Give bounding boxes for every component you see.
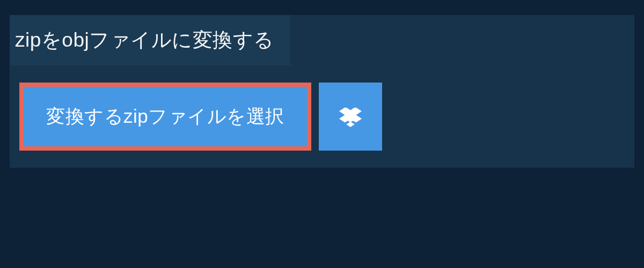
button-row: 変換するzipファイルを選択 <box>10 65 634 168</box>
dropbox-button[interactable] <box>319 83 382 151</box>
title-container: zipをobjファイルに変換する <box>10 15 290 65</box>
converter-panel: zipをobjファイルに変換する 変換するzipファイルを選択 <box>10 15 634 168</box>
select-file-button[interactable]: 変換するzipファイルを選択 <box>19 83 311 151</box>
page-title: zipをobjファイルに変換する <box>15 27 274 54</box>
dropbox-icon <box>339 106 362 128</box>
